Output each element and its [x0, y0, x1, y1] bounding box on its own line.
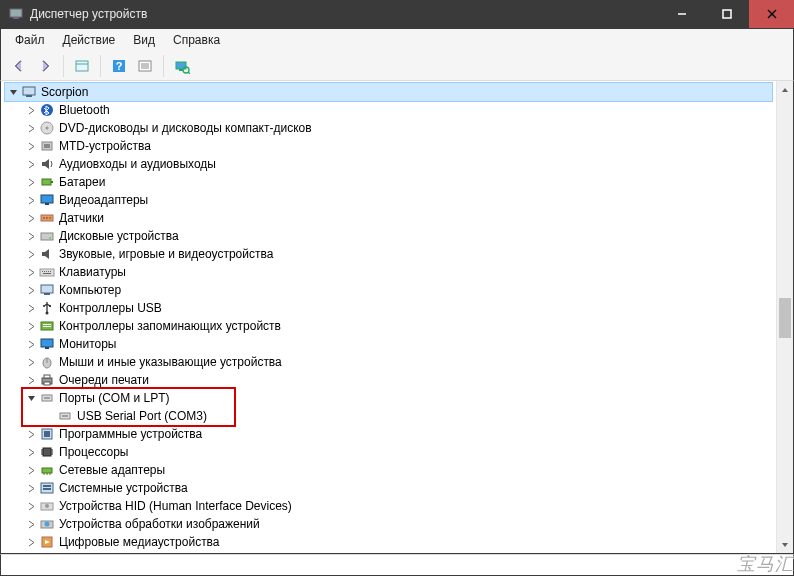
- svg-point-60: [48, 397, 50, 399]
- device-category[interactable]: Устройства HID (Human Interface Devices): [5, 497, 772, 515]
- svg-rect-49: [43, 326, 51, 327]
- device-category[interactable]: Устройства обработки изображений: [5, 515, 772, 533]
- svg-rect-31: [46, 217, 48, 219]
- chevron-right-icon[interactable]: [23, 304, 39, 313]
- scan-button[interactable]: [170, 54, 194, 78]
- node-label: Видеоадаптеры: [59, 191, 148, 209]
- device-category[interactable]: Компьютер: [5, 281, 772, 299]
- svg-rect-37: [44, 271, 45, 272]
- svg-rect-25: [42, 179, 51, 185]
- svg-point-34: [49, 237, 51, 239]
- device-category[interactable]: Клавиатуры: [5, 263, 772, 281]
- sound-icon: [39, 246, 55, 262]
- device-category[interactable]: MTD-устройства: [5, 137, 772, 155]
- chevron-right-icon[interactable]: [23, 106, 39, 115]
- computer-icon: [39, 282, 55, 298]
- menu-view[interactable]: Вид: [125, 30, 163, 50]
- back-button[interactable]: [7, 54, 31, 78]
- chevron-down-icon[interactable]: [5, 88, 21, 97]
- device-category[interactable]: Видеоадаптеры: [5, 191, 772, 209]
- menubar: Файл Действие Вид Справка: [0, 28, 794, 51]
- device-category[interactable]: Системные устройства: [5, 479, 772, 497]
- node-label: Контроллеры запоминающих устройств: [59, 317, 281, 335]
- svg-point-58: [44, 397, 46, 399]
- chevron-right-icon[interactable]: [23, 268, 39, 277]
- svg-text:?: ?: [116, 60, 123, 72]
- svg-rect-39: [48, 271, 49, 272]
- node-label: Дисковые устройства: [59, 227, 179, 245]
- chevron-right-icon[interactable]: [23, 322, 39, 331]
- chevron-down-icon[interactable]: [23, 394, 39, 403]
- device-category[interactable]: Датчики: [5, 209, 772, 227]
- chevron-right-icon[interactable]: [23, 520, 39, 529]
- svg-rect-24: [44, 144, 50, 148]
- node-label: Контроллеры USB: [59, 299, 162, 317]
- node-label: MTD-устройства: [59, 137, 151, 155]
- device-category[interactable]: Bluetooth: [5, 101, 772, 119]
- chevron-right-icon[interactable]: [23, 142, 39, 151]
- svg-rect-1: [13, 17, 19, 19]
- chevron-right-icon[interactable]: [23, 214, 39, 223]
- maximize-button[interactable]: [704, 0, 749, 28]
- ports-category[interactable]: Порты (COM и LPT): [5, 389, 772, 407]
- chevron-right-icon[interactable]: [23, 196, 39, 205]
- device-tree[interactable]: ScorpionBluetoothDVD-дисководы и дисково…: [1, 81, 776, 553]
- scrollbar[interactable]: [776, 81, 793, 553]
- svg-rect-28: [45, 203, 49, 205]
- titlebar[interactable]: Диспетчер устройств: [0, 0, 794, 28]
- properties-button[interactable]: [133, 54, 157, 78]
- device-category[interactable]: Мыши и иные указывающие устройства: [5, 353, 772, 371]
- chevron-right-icon[interactable]: [23, 466, 39, 475]
- device-category[interactable]: Сетевые адаптеры: [5, 461, 772, 479]
- svg-point-45: [43, 305, 45, 307]
- chevron-right-icon[interactable]: [23, 448, 39, 457]
- chevron-right-icon[interactable]: [23, 430, 39, 439]
- device-category[interactable]: Процессоры: [5, 443, 772, 461]
- scroll-up-button[interactable]: [777, 81, 793, 98]
- chevron-right-icon[interactable]: [23, 178, 39, 187]
- scroll-thumb[interactable]: [777, 98, 793, 536]
- chevron-right-icon[interactable]: [23, 358, 39, 367]
- svg-rect-0: [10, 9, 22, 17]
- svg-rect-66: [44, 431, 50, 437]
- svg-rect-51: [45, 347, 49, 349]
- help-button[interactable]: ?: [107, 54, 131, 78]
- device-category[interactable]: DVD-дисководы и дисководы компакт-дисков: [5, 119, 772, 137]
- root-node[interactable]: Scorpion: [5, 83, 772, 101]
- node-label: Аудиовходы и аудиовыходы: [59, 155, 216, 173]
- device-category[interactable]: Очереди печати: [5, 371, 772, 389]
- chevron-right-icon[interactable]: [23, 502, 39, 511]
- device-category[interactable]: Цифровые медиаустройства: [5, 533, 772, 551]
- port-icon: [57, 408, 73, 424]
- chevron-right-icon[interactable]: [23, 484, 39, 493]
- menu-file[interactable]: Файл: [7, 30, 53, 50]
- device-category[interactable]: Мониторы: [5, 335, 772, 353]
- chevron-right-icon[interactable]: [23, 340, 39, 349]
- device-category[interactable]: Программные устройства: [5, 425, 772, 443]
- svg-rect-18: [23, 87, 35, 95]
- system-icon: [39, 480, 55, 496]
- chevron-right-icon[interactable]: [23, 250, 39, 259]
- device-category[interactable]: Аудиовходы и аудиовыходы: [5, 155, 772, 173]
- close-button[interactable]: [749, 0, 794, 28]
- svg-rect-42: [41, 285, 53, 293]
- device-category[interactable]: Контроллеры USB: [5, 299, 772, 317]
- chevron-right-icon[interactable]: [23, 124, 39, 133]
- device-category[interactable]: Контроллеры запоминающих устройств: [5, 317, 772, 335]
- forward-button[interactable]: [33, 54, 57, 78]
- chevron-right-icon[interactable]: [23, 232, 39, 241]
- device-category[interactable]: Батареи: [5, 173, 772, 191]
- menu-action[interactable]: Действие: [55, 30, 124, 50]
- ports-child[interactable]: USB Serial Port (COM3): [5, 407, 772, 425]
- device-category[interactable]: Звуковые, игровые и видеоустройства: [5, 245, 772, 263]
- scroll-down-button[interactable]: [777, 536, 793, 553]
- menu-help[interactable]: Справка: [165, 30, 228, 50]
- chevron-right-icon[interactable]: [23, 160, 39, 169]
- show-hidden-button[interactable]: [70, 54, 94, 78]
- chevron-right-icon[interactable]: [23, 286, 39, 295]
- device-category[interactable]: Дисковые устройства: [5, 227, 772, 245]
- chevron-right-icon[interactable]: [23, 376, 39, 385]
- minimize-button[interactable]: [659, 0, 704, 28]
- chevron-right-icon[interactable]: [23, 538, 39, 547]
- disk-icon: [39, 228, 55, 244]
